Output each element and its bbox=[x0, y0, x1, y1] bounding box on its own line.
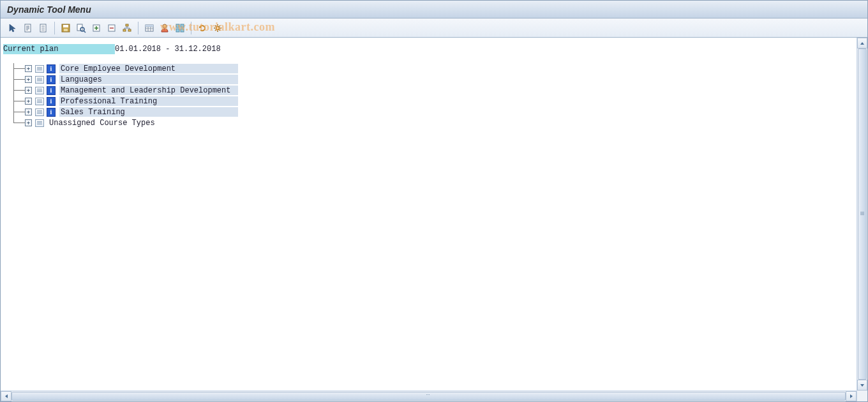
collapse-icon bbox=[107, 23, 117, 33]
hierarchy-button[interactable] bbox=[120, 21, 134, 35]
person-icon bbox=[160, 23, 170, 33]
tree-node-label: Languages bbox=[59, 75, 238, 84]
grid-button[interactable] bbox=[173, 21, 187, 35]
expander-icon[interactable]: + bbox=[25, 98, 32, 105]
search-doc-button[interactable] bbox=[74, 21, 88, 35]
refresh-icon bbox=[197, 23, 207, 33]
collapse-all-button[interactable] bbox=[105, 21, 119, 35]
doc-node-icon bbox=[35, 108, 44, 116]
toolbar-separator bbox=[138, 22, 138, 34]
doc-node-icon bbox=[35, 87, 44, 94]
svg-rect-18 bbox=[181, 29, 184, 32]
svg-rect-16 bbox=[181, 24, 184, 27]
document-button-1[interactable] bbox=[21, 21, 35, 35]
tree-row[interactable]: + i Sales Training bbox=[3, 107, 854, 117]
scroll-down-button[interactable] bbox=[857, 380, 867, 391]
scroll-track[interactable] bbox=[857, 48, 867, 380]
titlebar: Dynamic Tool Menu bbox=[1, 1, 867, 19]
svg-rect-4 bbox=[64, 29, 68, 31]
select-arrow-button[interactable] bbox=[6, 21, 20, 35]
table-view-button[interactable] bbox=[142, 21, 156, 35]
table-icon bbox=[144, 23, 154, 33]
svg-rect-15 bbox=[176, 24, 179, 27]
save-button[interactable] bbox=[59, 21, 73, 35]
user-button[interactable] bbox=[158, 21, 172, 35]
doc-node-icon bbox=[35, 119, 44, 127]
content-outer: Current plan 01.01.2018 - 31.12.2018 + i… bbox=[1, 38, 867, 401]
doc-node-icon bbox=[35, 65, 44, 73]
doc-node-icon bbox=[35, 76, 44, 84]
svg-rect-9 bbox=[126, 24, 128, 26]
expand-all-button[interactable] bbox=[89, 21, 103, 35]
window-title: Dynamic Tool Menu bbox=[7, 4, 91, 15]
doc-node-icon bbox=[35, 98, 44, 105]
plan-header: Current plan 01.01.2018 - 31.12.2018 bbox=[3, 44, 854, 54]
info-icon: i bbox=[47, 86, 56, 95]
tree-row[interactable]: + i Core Employee Development bbox=[3, 63, 854, 74]
expander-icon[interactable]: + bbox=[25, 87, 32, 94]
svg-rect-13 bbox=[146, 25, 153, 27]
tree-node-label: Unassigned Course Types bbox=[48, 118, 227, 128]
tree-row[interactable]: + i Professional Training bbox=[3, 96, 854, 107]
document-lines-icon bbox=[38, 23, 49, 33]
plan-label: Current plan bbox=[3, 44, 115, 54]
svg-rect-17 bbox=[176, 29, 179, 32]
tree: + i Core Employee Development + i Langua… bbox=[3, 63, 854, 128]
arrow-cursor-icon bbox=[8, 23, 18, 33]
toolbar: www.tutorialkart.com bbox=[1, 19, 867, 38]
tree-node-label: Professional Training bbox=[59, 96, 238, 106]
grid-icon bbox=[175, 23, 185, 33]
settings-button[interactable] bbox=[211, 21, 225, 35]
app-window: Dynamic Tool Menu bbox=[0, 0, 868, 402]
vertical-scrollbar[interactable] bbox=[857, 38, 867, 391]
content-area: Current plan 01.01.2018 - 31.12.2018 + i… bbox=[1, 38, 857, 391]
toolbar-separator bbox=[191, 22, 191, 34]
find-icon bbox=[76, 23, 86, 33]
plan-date-range: 01.01.2018 - 31.12.2018 bbox=[115, 44, 221, 54]
document-button-2[interactable] bbox=[36, 21, 50, 35]
horizontal-scrollbar[interactable] bbox=[1, 391, 857, 401]
svg-rect-10 bbox=[123, 29, 126, 31]
toolbar-separator bbox=[54, 22, 55, 34]
info-icon: i bbox=[47, 64, 56, 73]
scrollbar-corner bbox=[857, 391, 867, 401]
expander-icon[interactable]: + bbox=[25, 119, 32, 126]
svg-rect-0 bbox=[25, 24, 31, 32]
tree-row[interactable]: + Unassigned Course Types bbox=[3, 117, 854, 128]
svg-point-20 bbox=[217, 27, 218, 28]
scroll-track[interactable] bbox=[11, 391, 846, 401]
expander-icon[interactable]: + bbox=[25, 65, 32, 72]
info-icon: i bbox=[47, 108, 56, 117]
tree-node-label: Core Employee Development bbox=[59, 64, 238, 73]
scroll-up-button[interactable] bbox=[857, 38, 867, 48]
info-icon: i bbox=[47, 75, 56, 84]
tree-node-label: Sales Training bbox=[59, 107, 238, 117]
tree-row[interactable]: + i Languages bbox=[3, 74, 854, 85]
scroll-left-button[interactable] bbox=[1, 391, 11, 401]
refresh-button[interactable] bbox=[195, 21, 209, 35]
svg-rect-11 bbox=[128, 29, 131, 31]
svg-point-14 bbox=[163, 24, 167, 28]
scroll-right-button[interactable] bbox=[846, 391, 857, 401]
diskette-icon bbox=[61, 23, 71, 33]
svg-rect-3 bbox=[63, 25, 68, 27]
expander-icon[interactable]: + bbox=[25, 76, 32, 83]
scroll-thumb[interactable] bbox=[11, 392, 846, 401]
expand-icon bbox=[91, 23, 101, 33]
gear-icon bbox=[213, 23, 223, 33]
tree-node-label: Management and Leadership Development bbox=[59, 86, 238, 95]
expander-icon[interactable]: + bbox=[25, 108, 32, 115]
info-icon: i bbox=[47, 97, 56, 106]
tree-row[interactable]: + i Management and Leadership Developmen… bbox=[3, 85, 854, 96]
hierarchy-icon bbox=[122, 23, 132, 33]
scroll-thumb[interactable] bbox=[858, 48, 867, 380]
document-icon bbox=[23, 23, 33, 33]
